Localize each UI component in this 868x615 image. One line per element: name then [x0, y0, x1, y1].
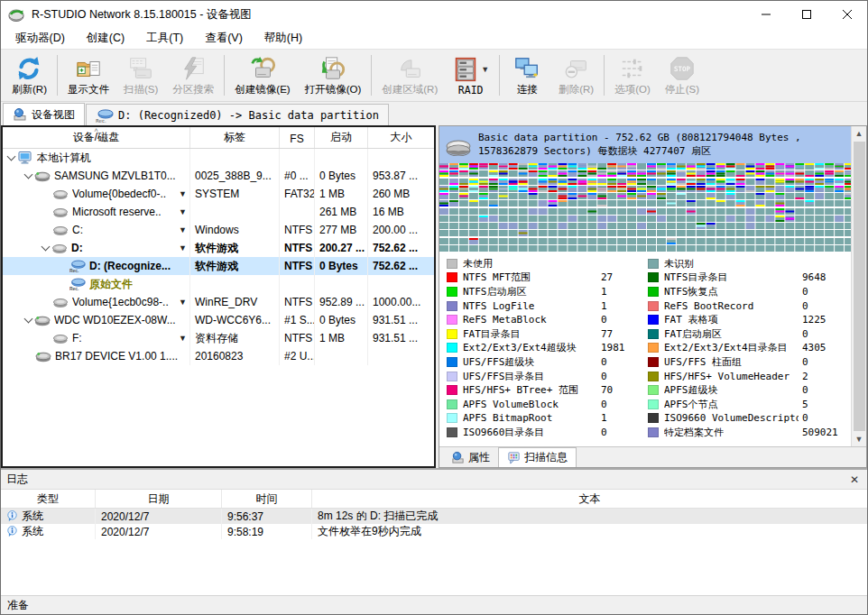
- legend-item: Ext2/Ext3/Ext4目录条目4305: [648, 341, 849, 355]
- tab-recognized-partition[interactable]: Rec. D: (Recognized0) -> Basic data part…: [86, 104, 389, 125]
- col-size[interactable]: 大小: [368, 127, 434, 148]
- legend-count: 70: [601, 384, 648, 396]
- log-col-date[interactable]: 日期: [96, 490, 222, 508]
- create-image-button[interactable]: 创建镜像(E): [227, 50, 297, 100]
- cell-fs: FAT32: [280, 185, 315, 203]
- legend-count: 0: [601, 399, 648, 410]
- log-row[interactable]: 系统2020/12/79:56:378m 12s 的 D: 扫描已完成: [1, 509, 867, 524]
- expander-chevron-icon[interactable]: [7, 152, 16, 161]
- status-text: 准备: [7, 598, 29, 613]
- tree-row[interactable]: BR17 DEVICE V1.00 1....20160823#2 U...: [3, 347, 434, 365]
- tree-row[interactable]: 本地计算机: [3, 149, 434, 167]
- expander-chevron-icon[interactable]: [24, 170, 33, 179]
- tree-row[interactable]: C:▼WindowsNTFS277 MB200.00 ...: [3, 221, 434, 239]
- cell-label: [190, 203, 280, 221]
- tab-device-view[interactable]: 设备视图: [3, 103, 85, 125]
- col-fs[interactable]: FS: [280, 127, 315, 148]
- col-device-disk[interactable]: ˄设备/磁盘: [3, 127, 190, 148]
- connect-button[interactable]: 连接: [503, 50, 551, 100]
- row-dropdown-icon[interactable]: ▼: [176, 334, 187, 343]
- legend-count: 1: [601, 300, 648, 312]
- tree-row[interactable]: F:▼资料存储NTFS1 MB931.51 ...: [3, 329, 434, 347]
- delete-button[interactable]: 删除(R): [551, 50, 601, 100]
- open-image-button[interactable]: 打开镜像(O): [298, 50, 369, 100]
- cell-boot: [315, 149, 368, 167]
- legend-item: APFS个节点5: [648, 398, 849, 412]
- legend-label: FAT目录条目: [463, 327, 521, 341]
- minimize-button[interactable]: [745, 1, 786, 28]
- col-label[interactable]: 标签: [190, 127, 280, 148]
- close-button[interactable]: [826, 1, 867, 28]
- scan-block-map[interactable]: [439, 163, 851, 252]
- partition-search-icon: [180, 55, 207, 82]
- log-col-time[interactable]: 时间: [222, 490, 312, 508]
- legend-count: 5: [802, 399, 849, 410]
- tree-row[interactable]: WDC WD10EZEX-08W...WD-WCC6Y6...#1 S...0 …: [3, 311, 434, 329]
- legend-label: NTFS MFT范围: [463, 271, 531, 284]
- legend-swatch: [648, 427, 659, 437]
- legend-item: NTFS MFT范围27: [447, 271, 648, 285]
- menu-create[interactable]: 创建(C): [76, 28, 135, 49]
- tree-row[interactable]: Rec.D: (Recognize...软件游戏NTFS0 Bytes752.6…: [3, 257, 434, 275]
- legend-item: ReFS BootRecord0: [648, 298, 849, 313]
- tree-row[interactable]: Volume{0bedecf0-..▼SYSTEMFAT321 MB260 MB: [3, 185, 434, 203]
- raid-button[interactable]: ▼ RAID: [445, 50, 496, 100]
- menu-view[interactable]: 查看(V): [194, 28, 254, 49]
- maximize-button[interactable]: [786, 1, 826, 28]
- log-col-text[interactable]: 文本: [312, 490, 867, 508]
- svg-text:Rec.: Rec.: [69, 269, 79, 273]
- device-name: C:: [72, 224, 83, 236]
- scan-scrollbar[interactable]: ▲ ▼: [851, 126, 866, 446]
- cell-fs: NTFS: [280, 221, 315, 239]
- row-dropdown-icon[interactable]: ▼: [176, 243, 187, 252]
- scroll-thumb[interactable]: [854, 142, 865, 431]
- legend-swatch: [648, 413, 659, 423]
- cell-label: Windows: [190, 221, 280, 239]
- menu-help[interactable]: 帮助(H): [254, 28, 313, 49]
- log-col-type[interactable]: 类型: [1, 490, 96, 508]
- volume-icon: [52, 331, 69, 345]
- refresh-button[interactable]: 刷新(R): [5, 50, 54, 100]
- legend-item: UFS/FFS 柱面组0: [648, 355, 849, 370]
- tree-row[interactable]: Volume{1ecb0c98-..▼WinRE_DRVNTFS952.89 .…: [3, 293, 434, 311]
- row-dropdown-icon[interactable]: ▼: [176, 189, 187, 198]
- scroll-down-icon[interactable]: ▼: [852, 432, 866, 446]
- scan-button[interactable]: 扫描(S): [116, 50, 165, 100]
- tab-scan-info[interactable]: 扫描信息: [498, 447, 577, 467]
- log-row[interactable]: 系统2020/12/79:58:19文件枚举在9秒内完成: [1, 524, 867, 539]
- raid-dropdown-arrow[interactable]: ▼: [481, 65, 489, 74]
- legend-label: NTFS目录条目: [664, 271, 728, 284]
- tree-row[interactable]: Microsoft reserve..▼261 MB16 MB: [3, 203, 434, 221]
- options-button[interactable]: 选项(O): [607, 50, 658, 100]
- cell-boot: 0 Bytes: [315, 311, 368, 329]
- tab-properties[interactable]: 属性: [443, 448, 498, 467]
- row-dropdown-icon[interactable]: ▼: [176, 225, 187, 234]
- row-dropdown-icon[interactable]: ▼: [176, 207, 187, 216]
- device-name: Volume{0bedecf0-..: [72, 188, 166, 200]
- log-close-icon[interactable]: ✕: [847, 473, 862, 486]
- tree-row[interactable]: Rec.原始文件: [3, 275, 434, 293]
- tree-row[interactable]: D:▼软件游戏NTFS200.27 ...752.62 ...: [3, 239, 434, 257]
- row-dropdown-icon[interactable]: ▼: [176, 298, 187, 307]
- stop-button[interactable]: STOP 停止(S): [658, 50, 706, 100]
- expander-chevron-icon[interactable]: [42, 243, 51, 252]
- legend-label: ReFS BootRecord: [664, 300, 753, 312]
- tree-row[interactable]: SAMSUNG MZVLB1T0...0025_388B_9...#0 ...0…: [3, 167, 434, 185]
- create-region-button[interactable]: 创建区域(R): [374, 50, 445, 100]
- menu-drive[interactable]: 驱动器(D): [5, 28, 76, 49]
- legend-count: 0: [802, 412, 849, 424]
- menu-tools[interactable]: 工具(T): [135, 28, 194, 49]
- legend-right-column: 未识别NTFS目录条目9648NTFS恢复点0ReFS BootRecord0F…: [648, 257, 849, 445]
- scroll-up-icon[interactable]: ▲: [852, 126, 866, 141]
- legend-swatch: [648, 385, 659, 395]
- cell-label: 软件游戏: [190, 257, 280, 275]
- col-boot[interactable]: 启动: [315, 127, 368, 148]
- cell-fs: NTFS: [280, 239, 315, 257]
- show-files-button[interactable]: 显示文件: [60, 50, 116, 100]
- partition-search-button[interactable]: 分区搜索: [165, 50, 221, 100]
- device-tree-rows: 本地计算机SAMSUNG MZVLB1T0...0025_388B_9...#0…: [3, 149, 434, 466]
- expander-chevron-icon[interactable]: [24, 315, 33, 324]
- scan-header-text: Basic data partition - 752.62 GB (808121…: [478, 132, 845, 159]
- legend-label: HFS/HFS+ BTree+ 范围: [463, 383, 578, 397]
- disk-icon: [445, 134, 472, 156]
